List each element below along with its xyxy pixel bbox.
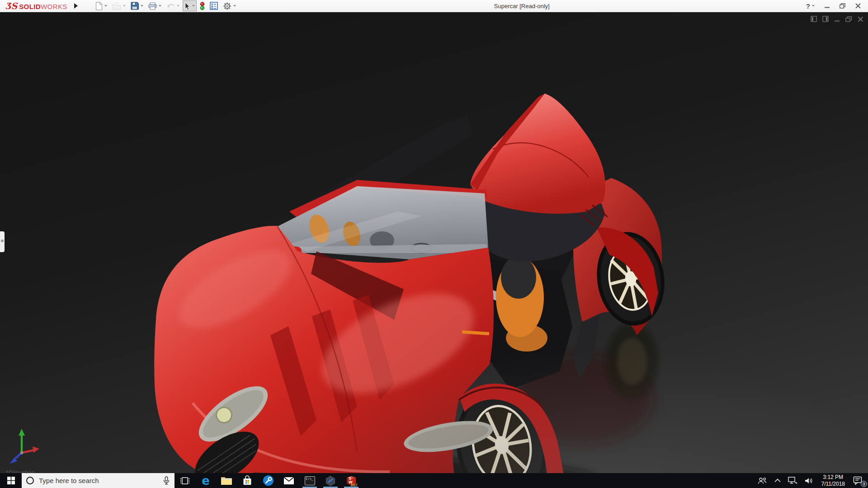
hexagon-app-button[interactable] <box>320 473 341 488</box>
document-window-controls <box>811 16 863 22</box>
undo-arrow-icon <box>166 3 175 9</box>
titlebar: ƷS SOLID WORKS <box>0 0 868 12</box>
select-cursor-icon <box>184 2 190 10</box>
open-door-panel <box>470 94 605 214</box>
taskbar-clock[interactable]: 3:12 PM 7/11/2018 <box>817 474 850 488</box>
open-document-button[interactable] <box>110 0 127 11</box>
open-folder-icon <box>112 2 121 10</box>
close-icon <box>855 3 861 9</box>
store-button[interactable] <box>237 473 258 488</box>
logo-text-works: WORKS <box>41 3 67 10</box>
orientation-triad <box>4 428 42 468</box>
file-explorer-icon <box>221 476 232 485</box>
traffic-light-icon <box>200 2 205 10</box>
clock-date: 7/11/2018 <box>821 481 845 488</box>
doc-minimize-button[interactable] <box>834 16 840 22</box>
tab-dot-icon <box>1 239 4 242</box>
pane-left-button[interactable] <box>811 16 817 22</box>
properties-list-icon <box>210 2 218 10</box>
notification-badge: 3 <box>861 481 867 487</box>
sw-year: 2017 <box>351 483 357 487</box>
microphone-icon[interactable] <box>163 476 170 485</box>
split-pane-icon <box>822 16 829 22</box>
dropdown-caret-icon <box>141 5 143 7</box>
solidworks-2017-button[interactable]: S W 2017 <box>341 473 362 488</box>
viewport-3d[interactable]: *Dimetric <box>0 12 868 473</box>
main-toolbar <box>94 0 238 11</box>
file-properties-button[interactable] <box>208 0 220 11</box>
file-explorer-button[interactable] <box>216 473 237 488</box>
minimize-icon <box>825 4 830 9</box>
network-icon <box>788 477 797 484</box>
people-icon <box>758 477 767 485</box>
mail-icon <box>283 477 294 485</box>
store-icon <box>242 475 252 486</box>
split-pane-icon <box>811 16 817 22</box>
dropdown-caret-icon <box>123 5 126 7</box>
minimize-button[interactable] <box>825 4 830 9</box>
help-icon: ? <box>806 2 810 10</box>
restore-icon <box>840 3 845 9</box>
mail-button[interactable] <box>278 473 299 488</box>
screen: ƷS SOLID WORKS <box>0 0 868 488</box>
edge-button[interactable]: e <box>195 473 216 488</box>
speaker-icon <box>804 477 813 484</box>
hexagon-app-icon <box>325 475 336 486</box>
start-button[interactable] <box>0 473 22 488</box>
doc-close-button[interactable] <box>858 16 863 22</box>
new-document-button[interactable] <box>94 0 109 11</box>
settings-wrench-button[interactable] <box>258 473 278 488</box>
command-prompt-button[interactable]: C:\_ <box>299 473 320 488</box>
panel-flyout-tab[interactable] <box>0 231 5 252</box>
restore-button[interactable] <box>840 3 845 9</box>
task-view-button[interactable] <box>175 473 195 488</box>
minimize-icon <box>834 16 840 22</box>
gear-icon <box>223 2 231 10</box>
view-orientation-label: *Dimetric <box>6 469 35 473</box>
network-button[interactable] <box>784 473 801 488</box>
undo-button[interactable] <box>165 0 181 11</box>
dropdown-caret-icon <box>177 5 179 7</box>
car-model[interactable] <box>154 89 665 473</box>
dropdown-caret-icon <box>104 5 107 7</box>
wrench-circle-icon <box>263 475 274 486</box>
window-controls: ? <box>806 2 868 10</box>
dropdown-caret-icon <box>159 5 161 7</box>
windows-logo-icon <box>7 477 15 484</box>
dropdown-caret-icon <box>233 5 236 7</box>
rebuild-button[interactable] <box>198 0 207 11</box>
restore-icon <box>845 16 852 22</box>
document-title: Supercar [Read-only] <box>238 3 806 9</box>
new-document-icon <box>95 2 103 10</box>
save-button[interactable] <box>129 0 145 11</box>
hidden-icons-button[interactable] <box>771 473 784 488</box>
people-button[interactable] <box>754 473 771 488</box>
right-triangle-icon <box>74 3 78 9</box>
chevron-up-icon <box>774 479 781 483</box>
task-view-icon <box>180 476 190 485</box>
printer-icon <box>148 2 157 10</box>
solidworks-logo: ƷS SOLID WORKS <box>0 1 71 11</box>
select-tool-button[interactable] <box>183 0 197 11</box>
clock-time: 3:12 PM <box>823 474 843 481</box>
pane-right-button[interactable] <box>822 16 829 22</box>
dropdown-caret-icon <box>812 5 815 7</box>
search-placeholder: Type here to search <box>39 477 158 484</box>
command-prompt-icon: C:\_ <box>305 476 315 485</box>
menu-expand-arrow[interactable] <box>71 1 81 11</box>
logo-text-solid: SOLID <box>19 3 41 10</box>
volume-button[interactable] <box>801 473 817 488</box>
taskbar-search[interactable]: Type here to search <box>22 473 175 488</box>
windshield <box>277 186 488 259</box>
options-button[interactable] <box>221 0 238 11</box>
print-button[interactable] <box>146 0 163 11</box>
cortana-icon <box>26 477 34 484</box>
help-button[interactable]: ? <box>806 2 815 10</box>
close-button[interactable] <box>855 3 861 9</box>
solidworks-2017-icon: S W 2017 <box>346 475 357 486</box>
save-floppy-icon <box>131 2 139 10</box>
doc-restore-button[interactable] <box>845 16 852 22</box>
close-icon <box>858 16 863 22</box>
edge-icon: e <box>202 475 210 487</box>
action-center-button[interactable]: 3 <box>849 473 868 488</box>
